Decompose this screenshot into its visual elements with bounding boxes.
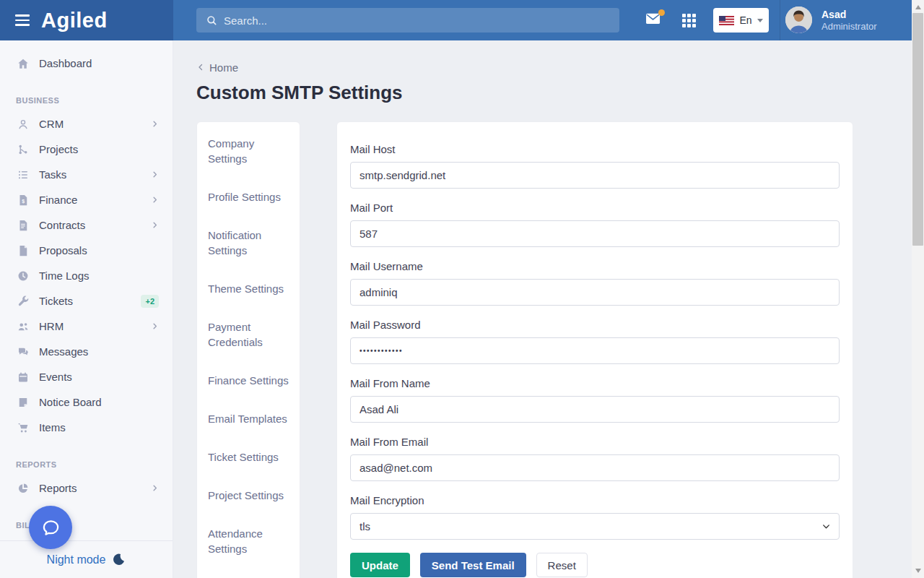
user-name: Asad	[821, 9, 877, 21]
sidebar-section-header: REPORTS	[0, 460, 173, 470]
sidebar-item-label: Proposals	[39, 244, 87, 256]
brand-area: Agiled	[0, 0, 173, 40]
us-flag-icon	[719, 16, 734, 25]
cart-icon	[16, 420, 30, 435]
form-group: Mail Username	[350, 260, 840, 306]
top-header: Agiled En Asad Administrator	[0, 0, 924, 40]
scrollbar-thumb[interactable]	[912, 13, 923, 246]
mail-password-input[interactable]	[350, 337, 840, 364]
sidebar-item-events[interactable]: Events	[0, 364, 173, 389]
chevron-right-icon	[151, 120, 159, 128]
sidebar-item-messages[interactable]: Messages	[0, 339, 173, 364]
field-label: Mail Encryption	[350, 494, 840, 507]
settings-nav-profile-settings[interactable]: Profile Settings	[208, 189, 289, 204]
count-badge: +2	[141, 295, 159, 308]
settings-nav-notification-settings[interactable]: Notification Settings	[208, 228, 289, 258]
hamburger-menu-icon[interactable]	[15, 14, 30, 26]
sidebar-item-label: Time Logs	[39, 269, 89, 282]
chevron-right-icon	[151, 171, 159, 178]
sidebar-item-label: Items	[39, 421, 66, 434]
sidebar-item-dashboard[interactable]: Dashboard	[0, 51, 173, 76]
scrollbar[interactable]	[912, 0, 924, 578]
settings-nav-ticket-settings[interactable]: Ticket Settings	[208, 449, 289, 465]
sidebar-item-notice-board[interactable]: Notice Board	[0, 389, 173, 415]
settings-nav-payment-credentials[interactable]: Payment Credentials	[208, 319, 289, 350]
chat-bubble-icon	[41, 518, 61, 538]
sidebar-item-label: Projects	[39, 143, 78, 155]
language-label: En	[739, 14, 751, 26]
apps-grid-icon[interactable]	[682, 14, 696, 27]
user-menu[interactable]: Asad Administrator	[785, 7, 877, 33]
finance-icon: $	[16, 193, 30, 207]
avatar	[785, 7, 812, 33]
mail-host-input[interactable]	[350, 162, 840, 189]
page-title: Custom SMTP Settings	[196, 81, 912, 104]
form-group: Mail From Name	[350, 377, 840, 423]
search-input[interactable]	[224, 14, 610, 27]
sidebar-item-finance[interactable]: $Finance	[0, 187, 173, 212]
sidebar-item-crm[interactable]: CRM	[0, 111, 173, 137]
sidebar-item-time-logs[interactable]: Time Logs	[0, 263, 173, 288]
breadcrumb-home-link[interactable]: Home	[209, 61, 238, 74]
user-role: Administrator	[821, 21, 877, 32]
settings-nav-finance-settings[interactable]: Finance Settings	[208, 373, 289, 388]
sidebar-item-tasks[interactable]: Tasks	[0, 162, 173, 187]
mail-encryption-select[interactable]: tls	[350, 513, 840, 540]
form-group: Mail Password	[350, 319, 840, 364]
mail-username-input[interactable]	[350, 279, 840, 306]
field-label: Mail From Email	[350, 436, 840, 449]
night-mode-toggle[interactable]: Night mode	[47, 553, 106, 566]
chevron-right-icon	[151, 221, 159, 229]
mail-port-input[interactable]	[350, 220, 840, 247]
sidebar-item-label: HRM	[39, 320, 64, 332]
sidebar-item-proposals[interactable]: Proposals	[0, 238, 173, 263]
reset-button[interactable]: Reset	[536, 553, 588, 577]
field-label: Mail Password	[350, 319, 840, 332]
sidebar-item-items[interactable]: Items	[0, 415, 173, 440]
select-wrap: tls	[350, 513, 840, 540]
wrench-icon	[16, 294, 30, 309]
settings-nav-theme-settings[interactable]: Theme Settings	[208, 281, 289, 296]
sidebar-footer: Night mode	[0, 540, 173, 578]
pie-icon	[16, 481, 30, 496]
app-logo[interactable]: Agiled	[41, 9, 108, 33]
field-label: Mail From Name	[350, 377, 840, 390]
sidebar-item-hrm[interactable]: HRM	[0, 314, 173, 339]
moon-icon[interactable]	[112, 553, 126, 566]
projects-icon	[16, 142, 30, 157]
notice-icon	[16, 395, 30, 410]
sidebar-item-tickets[interactable]: Tickets+2	[0, 288, 173, 314]
send-test-email-button[interactable]: Send Test Email	[420, 553, 526, 577]
calendar-icon	[16, 370, 30, 384]
chevron-left-icon	[196, 63, 205, 72]
update-button[interactable]: Update	[350, 553, 410, 577]
scroll-down-arrow[interactable]	[912, 565, 924, 577]
sidebar-item-projects[interactable]: Projects	[0, 137, 173, 162]
form-actions: Update Send Test Email Reset	[350, 553, 840, 577]
scroll-up-arrow[interactable]	[912, 1, 924, 13]
mail-from-email-input[interactable]	[350, 454, 840, 481]
proposals-icon	[16, 243, 30, 258]
settings-nav-card: Company SettingsProfile SettingsNotifica…	[196, 121, 300, 578]
user-icon	[16, 117, 30, 131]
chevron-right-icon	[151, 322, 159, 330]
sidebar-item-label: Reports	[39, 482, 77, 494]
settings-nav-company-settings[interactable]: Company Settings	[208, 136, 289, 166]
form-group: Mail From Email	[350, 436, 840, 481]
settings-nav-email-templates[interactable]: Email Templates	[208, 411, 289, 426]
sidebar-item-reports[interactable]: Reports	[0, 475, 173, 501]
contracts-icon	[16, 218, 30, 233]
mail-notification-icon[interactable]	[645, 12, 664, 30]
language-selector[interactable]: En	[713, 8, 769, 33]
settings-nav-project-settings[interactable]: Project Settings	[208, 488, 289, 503]
settings-nav-attendance-settings[interactable]: Attendance Settings	[208, 526, 289, 556]
breadcrumb[interactable]: Home	[196, 61, 912, 74]
sidebar-item-label: Contracts	[39, 219, 85, 231]
mail-from-name-input[interactable]	[350, 396, 840, 423]
main-content: Home Custom SMTP Settings Company Settin…	[173, 40, 912, 578]
sidebar-item-contracts[interactable]: Contracts	[0, 212, 173, 238]
settings-nav: Company SettingsProfile SettingsNotifica…	[208, 136, 289, 556]
header-divider	[780, 0, 780, 40]
chat-widget-button[interactable]	[29, 506, 72, 549]
home-icon	[16, 56, 30, 71]
